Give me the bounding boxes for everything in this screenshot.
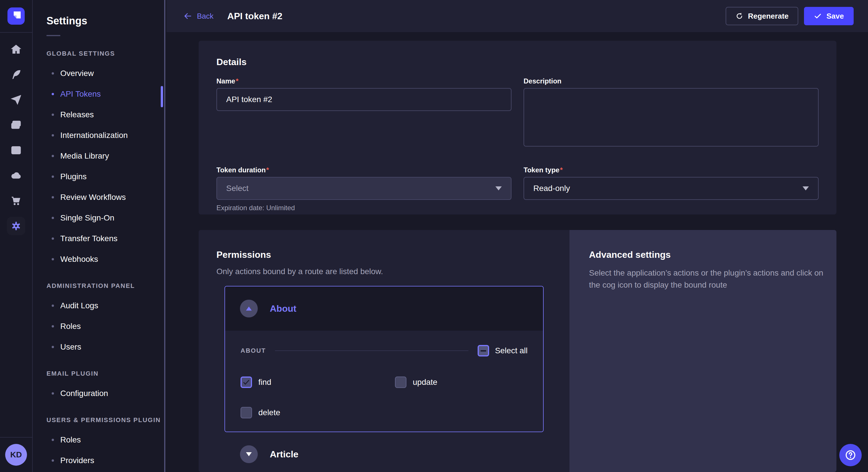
bullet-icon [52,217,54,219]
sidebar-item-releases[interactable]: Releases [33,104,164,125]
permissions-column: Permissions Only actions bound by a rout… [198,230,569,472]
images-icon [10,119,22,131]
back-link[interactable]: Back [183,11,214,21]
regenerate-label: Regenerate [748,12,789,21]
required-mark: * [267,166,269,174]
user-avatar[interactable]: KD [5,444,27,466]
description-field-group: Description [524,77,818,149]
section-label: EMAIL PLUGIN [33,370,164,377]
sidebar-item-admin-roles[interactable]: Roles [33,316,164,337]
required-mark: * [236,77,238,85]
sidebar-item-label: Providers [60,456,94,465]
token-type-select[interactable]: Read-only [524,177,818,200]
cloud-icon [10,170,22,181]
sidebar-item-audit-logs[interactable]: Audit Logs [33,295,164,316]
nav-settings-button[interactable] [7,217,25,235]
gear-icon [10,220,22,232]
cart-icon [10,195,22,206]
page-header: Back API token #2 Regenerate Save [166,0,868,32]
regenerate-button[interactable]: Regenerate [725,7,799,25]
sidebar-item-email-configuration[interactable]: Configuration [33,383,164,404]
section-administration-panel: ADMINISTRATION PANEL Audit Logs Roles Us… [33,282,164,357]
sidebar-item-admin-users[interactable]: Users [33,337,164,357]
nav-media-library-button[interactable] [7,116,25,134]
sidebar-item-label: Roles [60,322,81,331]
accordion-about: About ABOUT Select all [224,286,544,432]
feather-icon [10,69,22,80]
token-duration-select[interactable]: Select [216,177,512,200]
sidebar-item-overview[interactable]: Overview [33,63,164,84]
bullet-icon [52,237,54,240]
name-input[interactable] [216,88,512,111]
sidebar-item-up-providers[interactable]: Providers [33,450,164,471]
rail-icon-list [7,33,25,235]
chevron-down-icon [495,187,502,191]
expand-toggle-button[interactable] [240,445,258,463]
layout-icon [10,144,22,156]
sidebar-item-label: Single Sign-On [60,213,114,223]
update-checkbox[interactable] [395,376,406,388]
nav-deploy-button[interactable] [7,166,25,185]
help-button[interactable] [839,444,862,466]
collapse-toggle-button[interactable] [240,300,258,317]
bullet-icon [52,134,54,136]
permission-update: update [395,376,528,388]
bullet-icon [52,196,54,198]
sidebar-item-label: Users [60,342,81,351]
sidebar-item-single-sign-on[interactable]: Single Sign-On [33,208,164,228]
sidebar-item-label: Internationalization [60,131,128,140]
checkbox-label: update [413,378,437,387]
main-area: Back API token #2 Regenerate Save [166,0,868,472]
name-field-group: Name* [216,77,512,149]
logo-area [0,0,32,33]
sidebar-item-webhooks[interactable]: Webhooks [33,249,164,270]
accordion-about-header[interactable]: About [225,286,543,331]
nav-releases-button[interactable] [7,91,25,109]
permissions-subtitle: Only actions bound by a route are listed… [216,267,544,276]
permissions-card: Permissions Only actions bound by a rout… [198,230,836,472]
nav-home-button[interactable] [7,40,25,59]
nav-content-type-builder-button[interactable] [7,141,25,160]
save-button[interactable]: Save [804,7,854,25]
sidebar-item-label: Releases [60,110,94,119]
advanced-settings-body: Select the application’s actions or the … [589,267,826,291]
description-textarea[interactable] [524,88,818,146]
sidebar-item-review-workflows[interactable]: Review Workflows [33,187,164,208]
chevron-up-icon [246,307,252,310]
required-mark: * [560,166,563,174]
sidebar-item-up-roles[interactable]: Roles [33,430,164,450]
token-type-value: Read-only [533,184,570,193]
header-actions: Regenerate Save [725,7,854,25]
nav-content-button[interactable] [7,65,25,84]
delete-checkbox[interactable] [241,407,252,418]
find-checkbox[interactable] [241,376,252,388]
accordion-article-header[interactable]: Article [224,432,544,472]
sidebar-item-internationalization[interactable]: Internationalization [33,125,164,146]
subnav-title: Settings [46,15,164,27]
section-label: GLOBAL SETTINGS [33,50,164,57]
strapi-logo[interactable] [7,7,25,25]
page-title: API token #2 [227,11,282,22]
main-nav-rail: KD [0,0,33,472]
section-label: ADMINISTRATION PANEL [33,282,164,290]
sidebar-item-media-library[interactable]: Media Library [33,146,164,166]
bullet-icon [52,155,54,157]
select-all-checkbox[interactable] [477,345,489,357]
bullet-icon [52,305,54,307]
bullet-icon [52,113,54,116]
sidebar-item-api-tokens[interactable]: API Tokens [33,84,164,104]
subnav-title-divider [46,35,60,36]
section-users-permissions-plugin: USERS & PERMISSIONS PLUGIN Roles Provide… [33,416,164,471]
chevron-down-icon [246,452,252,456]
subnav-scrollbar-thumb[interactable] [161,86,163,107]
nav-marketplace-button[interactable] [7,192,25,210]
accordion-title: Article [270,449,299,460]
advanced-settings-heading: Advanced settings [589,249,836,260]
sidebar-item-label: Audit Logs [60,301,98,310]
chevron-down-icon [803,187,809,191]
sidebar-item-transfer-tokens[interactable]: Transfer Tokens [33,228,164,249]
sidebar-item-label: Review Workflows [60,193,126,202]
sidebar-item-plugins[interactable]: Plugins [33,166,164,187]
app-root: KD Settings GLOBAL SETTINGS Overview API… [0,0,868,472]
select-all-label: Select all [495,346,528,355]
